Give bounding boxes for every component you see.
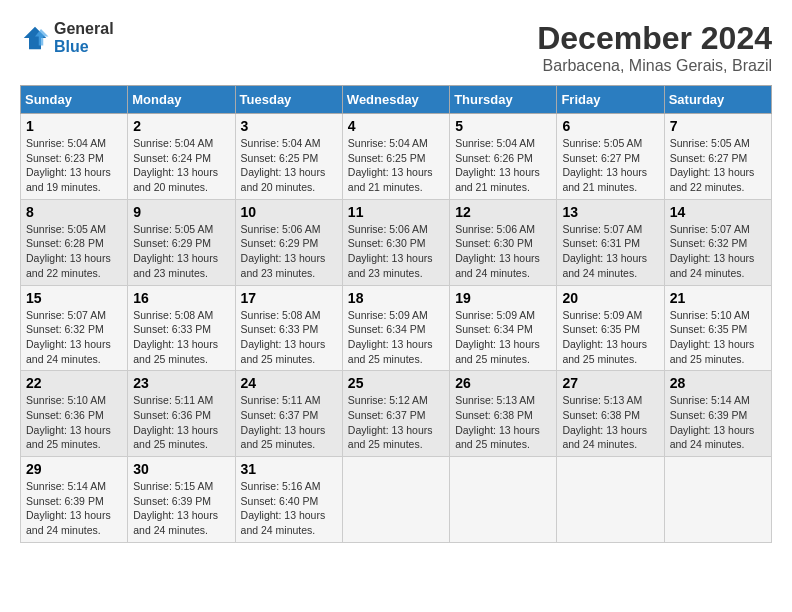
- calendar-table: SundayMondayTuesdayWednesdayThursdayFrid…: [20, 85, 772, 543]
- day-number: 4: [348, 118, 444, 134]
- calendar-cell: 7 Sunrise: 5:05 AMSunset: 6:27 PMDayligh…: [664, 114, 771, 200]
- day-detail: Sunrise: 5:16 AMSunset: 6:40 PMDaylight:…: [241, 480, 326, 536]
- calendar-week-row: 29 Sunrise: 5:14 AMSunset: 6:39 PMDaylig…: [21, 457, 772, 543]
- day-detail: Sunrise: 5:12 AMSunset: 6:37 PMDaylight:…: [348, 394, 433, 450]
- day-detail: Sunrise: 5:14 AMSunset: 6:39 PMDaylight:…: [670, 394, 755, 450]
- day-detail: Sunrise: 5:05 AMSunset: 6:27 PMDaylight:…: [562, 137, 647, 193]
- day-detail: Sunrise: 5:06 AMSunset: 6:30 PMDaylight:…: [348, 223, 433, 279]
- day-detail: Sunrise: 5:10 AMSunset: 6:35 PMDaylight:…: [670, 309, 755, 365]
- calendar-week-row: 1 Sunrise: 5:04 AMSunset: 6:23 PMDayligh…: [21, 114, 772, 200]
- day-detail: Sunrise: 5:09 AMSunset: 6:34 PMDaylight:…: [455, 309, 540, 365]
- day-number: 27: [562, 375, 658, 391]
- calendar-cell: [342, 457, 449, 543]
- header-monday: Monday: [128, 86, 235, 114]
- day-number: 25: [348, 375, 444, 391]
- calendar-cell: 3 Sunrise: 5:04 AMSunset: 6:25 PMDayligh…: [235, 114, 342, 200]
- day-number: 10: [241, 204, 337, 220]
- day-detail: Sunrise: 5:10 AMSunset: 6:36 PMDaylight:…: [26, 394, 111, 450]
- day-number: 17: [241, 290, 337, 306]
- day-detail: Sunrise: 5:04 AMSunset: 6:25 PMDaylight:…: [241, 137, 326, 193]
- calendar-cell: 31 Sunrise: 5:16 AMSunset: 6:40 PMDaylig…: [235, 457, 342, 543]
- calendar-cell: 25 Sunrise: 5:12 AMSunset: 6:37 PMDaylig…: [342, 371, 449, 457]
- day-detail: Sunrise: 5:09 AMSunset: 6:35 PMDaylight:…: [562, 309, 647, 365]
- calendar-cell: 9 Sunrise: 5:05 AMSunset: 6:29 PMDayligh…: [128, 199, 235, 285]
- calendar-cell: 12 Sunrise: 5:06 AMSunset: 6:30 PMDaylig…: [450, 199, 557, 285]
- calendar-cell: 4 Sunrise: 5:04 AMSunset: 6:25 PMDayligh…: [342, 114, 449, 200]
- day-number: 12: [455, 204, 551, 220]
- day-number: 13: [562, 204, 658, 220]
- calendar-cell: 20 Sunrise: 5:09 AMSunset: 6:35 PMDaylig…: [557, 285, 664, 371]
- calendar-cell: 24 Sunrise: 5:11 AMSunset: 6:37 PMDaylig…: [235, 371, 342, 457]
- calendar-cell: 26 Sunrise: 5:13 AMSunset: 6:38 PMDaylig…: [450, 371, 557, 457]
- day-detail: Sunrise: 5:05 AMSunset: 6:27 PMDaylight:…: [670, 137, 755, 193]
- day-number: 7: [670, 118, 766, 134]
- header-tuesday: Tuesday: [235, 86, 342, 114]
- day-number: 5: [455, 118, 551, 134]
- day-detail: Sunrise: 5:11 AMSunset: 6:36 PMDaylight:…: [133, 394, 218, 450]
- day-detail: Sunrise: 5:09 AMSunset: 6:34 PMDaylight:…: [348, 309, 433, 365]
- calendar-cell: 11 Sunrise: 5:06 AMSunset: 6:30 PMDaylig…: [342, 199, 449, 285]
- calendar-cell: 13 Sunrise: 5:07 AMSunset: 6:31 PMDaylig…: [557, 199, 664, 285]
- calendar-cell: 29 Sunrise: 5:14 AMSunset: 6:39 PMDaylig…: [21, 457, 128, 543]
- day-number: 19: [455, 290, 551, 306]
- calendar-cell: 22 Sunrise: 5:10 AMSunset: 6:36 PMDaylig…: [21, 371, 128, 457]
- calendar-cell: 6 Sunrise: 5:05 AMSunset: 6:27 PMDayligh…: [557, 114, 664, 200]
- day-detail: Sunrise: 5:14 AMSunset: 6:39 PMDaylight:…: [26, 480, 111, 536]
- calendar-cell: 23 Sunrise: 5:11 AMSunset: 6:36 PMDaylig…: [128, 371, 235, 457]
- day-number: 6: [562, 118, 658, 134]
- calendar-header-row: SundayMondayTuesdayWednesdayThursdayFrid…: [21, 86, 772, 114]
- day-detail: Sunrise: 5:06 AMSunset: 6:29 PMDaylight:…: [241, 223, 326, 279]
- main-title: December 2024: [537, 20, 772, 57]
- day-number: 23: [133, 375, 229, 391]
- logo: General Blue: [20, 20, 114, 56]
- calendar-cell: 16 Sunrise: 5:08 AMSunset: 6:33 PMDaylig…: [128, 285, 235, 371]
- calendar-cell: 2 Sunrise: 5:04 AMSunset: 6:24 PMDayligh…: [128, 114, 235, 200]
- day-number: 11: [348, 204, 444, 220]
- day-number: 26: [455, 375, 551, 391]
- calendar-cell: 14 Sunrise: 5:07 AMSunset: 6:32 PMDaylig…: [664, 199, 771, 285]
- day-number: 2: [133, 118, 229, 134]
- day-number: 20: [562, 290, 658, 306]
- day-number: 1: [26, 118, 122, 134]
- day-number: 9: [133, 204, 229, 220]
- calendar-cell: 17 Sunrise: 5:08 AMSunset: 6:33 PMDaylig…: [235, 285, 342, 371]
- calendar-cell: 21 Sunrise: 5:10 AMSunset: 6:35 PMDaylig…: [664, 285, 771, 371]
- calendar-cell: 15 Sunrise: 5:07 AMSunset: 6:32 PMDaylig…: [21, 285, 128, 371]
- subtitle: Barbacena, Minas Gerais, Brazil: [537, 57, 772, 75]
- day-number: 22: [26, 375, 122, 391]
- day-detail: Sunrise: 5:05 AMSunset: 6:29 PMDaylight:…: [133, 223, 218, 279]
- calendar-cell: 10 Sunrise: 5:06 AMSunset: 6:29 PMDaylig…: [235, 199, 342, 285]
- calendar-week-row: 15 Sunrise: 5:07 AMSunset: 6:32 PMDaylig…: [21, 285, 772, 371]
- day-number: 31: [241, 461, 337, 477]
- calendar-cell: 8 Sunrise: 5:05 AMSunset: 6:28 PMDayligh…: [21, 199, 128, 285]
- day-detail: Sunrise: 5:05 AMSunset: 6:28 PMDaylight:…: [26, 223, 111, 279]
- day-number: 30: [133, 461, 229, 477]
- calendar-cell: 1 Sunrise: 5:04 AMSunset: 6:23 PMDayligh…: [21, 114, 128, 200]
- calendar-cell: 19 Sunrise: 5:09 AMSunset: 6:34 PMDaylig…: [450, 285, 557, 371]
- header-saturday: Saturday: [664, 86, 771, 114]
- day-detail: Sunrise: 5:07 AMSunset: 6:32 PMDaylight:…: [670, 223, 755, 279]
- header-wednesday: Wednesday: [342, 86, 449, 114]
- day-number: 29: [26, 461, 122, 477]
- day-number: 28: [670, 375, 766, 391]
- calendar-cell: [664, 457, 771, 543]
- day-number: 16: [133, 290, 229, 306]
- day-number: 15: [26, 290, 122, 306]
- day-number: 3: [241, 118, 337, 134]
- day-detail: Sunrise: 5:13 AMSunset: 6:38 PMDaylight:…: [455, 394, 540, 450]
- day-detail: Sunrise: 5:04 AMSunset: 6:25 PMDaylight:…: [348, 137, 433, 193]
- day-detail: Sunrise: 5:04 AMSunset: 6:26 PMDaylight:…: [455, 137, 540, 193]
- day-number: 21: [670, 290, 766, 306]
- day-detail: Sunrise: 5:04 AMSunset: 6:23 PMDaylight:…: [26, 137, 111, 193]
- header-friday: Friday: [557, 86, 664, 114]
- calendar-cell: 27 Sunrise: 5:13 AMSunset: 6:38 PMDaylig…: [557, 371, 664, 457]
- day-number: 18: [348, 290, 444, 306]
- calendar-week-row: 22 Sunrise: 5:10 AMSunset: 6:36 PMDaylig…: [21, 371, 772, 457]
- day-number: 24: [241, 375, 337, 391]
- day-number: 14: [670, 204, 766, 220]
- calendar-cell: [557, 457, 664, 543]
- day-detail: Sunrise: 5:15 AMSunset: 6:39 PMDaylight:…: [133, 480, 218, 536]
- calendar-week-row: 8 Sunrise: 5:05 AMSunset: 6:28 PMDayligh…: [21, 199, 772, 285]
- page-header: General Blue December 2024 Barbacena, Mi…: [20, 20, 772, 75]
- logo-text: General Blue: [54, 20, 114, 56]
